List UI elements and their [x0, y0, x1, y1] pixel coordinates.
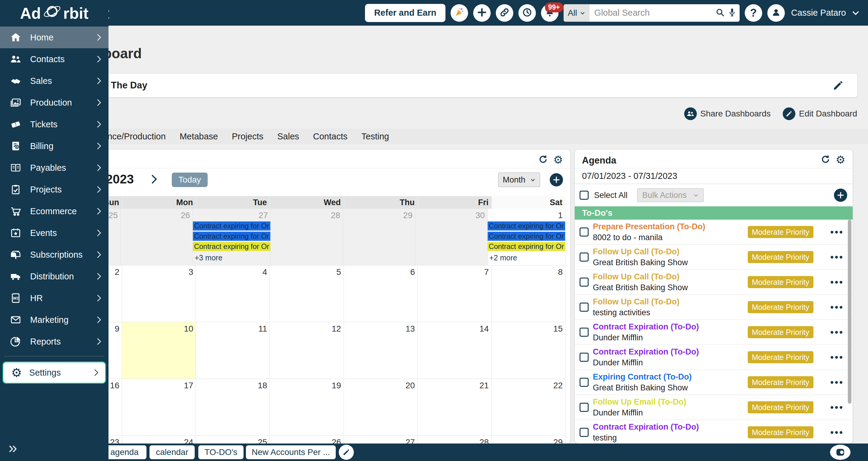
calendar-day-cell[interactable]: 4 [196, 265, 270, 322]
todo-menu-ellipsis[interactable] [829, 279, 842, 285]
bottom-tab-button[interactable]: New Accounts Per ... [246, 445, 336, 459]
sidebar-item-subscriptions[interactable]: Subscriptions [0, 244, 108, 265]
todo-title[interactable]: Follow Up Call (To-Do) [593, 297, 852, 307]
todo-item[interactable]: Contract Expiration (To-Do) testing Mode… [575, 420, 852, 443]
calendar-day-cell[interactable]: 19 [270, 379, 344, 436]
calendar-day-cell[interactable]: 25 [196, 436, 270, 443]
user-name[interactable]: Cassie Pataro [791, 8, 846, 18]
calendar-day-cell[interactable]: 26 [121, 209, 193, 265]
calendar-day-cell[interactable]: 14 [418, 322, 492, 379]
calendar-day-cell[interactable]: 11 [196, 322, 270, 379]
refresh-icon[interactable] [821, 154, 830, 165]
dashboard-tab[interactable]: Testing [361, 132, 389, 142]
todo-item[interactable]: Contract Expiration (To-Do) Dunder Miffl… [575, 320, 852, 345]
todo-item[interactable]: Contract Expiration (To-Do) Dunder Miffl… [575, 345, 852, 370]
user-menu-chevron-icon[interactable] [851, 8, 860, 18]
microphone-icon[interactable] [725, 7, 737, 19]
todo-title[interactable]: Prepare Presentation (To-Do) [593, 222, 852, 231]
todo-menu-ellipsis[interactable] [829, 229, 842, 235]
edit-dashboard-button[interactable]: Edit Dashboard [783, 107, 857, 120]
todo-checkbox[interactable] [580, 302, 589, 312]
agenda-date-range[interactable]: 07/01/2023 - 07/31/2023 [575, 168, 852, 184]
todo-menu-ellipsis[interactable] [829, 254, 842, 260]
today-button[interactable]: Today [172, 173, 208, 187]
sidebar-item-production[interactable]: Production [0, 92, 108, 113]
calendar-day-cell[interactable]: 28 [418, 436, 492, 443]
add-event-button[interactable] [550, 173, 563, 186]
user-avatar[interactable] [767, 4, 785, 22]
history-button[interactable] [518, 4, 536, 22]
dashboard-tab[interactable]: Sales [277, 132, 299, 142]
calendar-day-cell[interactable]: 29 [343, 209, 415, 265]
feedback-widget-button[interactable] [830, 445, 850, 460]
select-all-checkbox[interactable] [580, 191, 589, 200]
todo-title[interactable]: Contract Expiration (To-Do) [593, 322, 852, 332]
quick-add-button[interactable] [473, 4, 491, 22]
todo-item[interactable]: Follow Up Call (To-Do) Great British Bak… [575, 270, 852, 295]
search-scope-select[interactable]: All [564, 4, 590, 22]
sidebar-item-hr[interactable]: W2 HR [0, 287, 108, 309]
calendar-day-cell[interactable]: 18 [196, 379, 270, 436]
bottom-tab-button[interactable]: TO-DO's [198, 445, 244, 459]
calendar-day-cell[interactable]: 8 [492, 265, 565, 322]
app-logo[interactable]: Ad rbit [0, 0, 108, 27]
share-dashboards-button[interactable]: Share Dashboards [684, 107, 771, 120]
refresh-icon[interactable] [538, 154, 548, 165]
calendar-day-cell[interactable]: 17 [122, 379, 196, 436]
sidebar-item-payables[interactable]: Payables [0, 157, 108, 179]
todo-item[interactable]: Expiring Contract (To-Do) Great British … [575, 370, 852, 395]
calendar-event[interactable]: Contract expiring for Or [488, 222, 565, 231]
sidebar-item-settings[interactable]: ⚙ Settings [2, 362, 106, 384]
calendar-day-cell[interactable]: 7 [418, 265, 492, 322]
calendar-day-cell[interactable]: 15 [492, 322, 565, 379]
sidebar-item-home[interactable]: Home [0, 27, 108, 48]
bottom-tab-button[interactable]: calendar [150, 445, 195, 459]
add-todo-button[interactable] [834, 189, 847, 202]
help-button[interactable]: ? [745, 4, 762, 22]
more-events-link[interactable]: +2 more [488, 253, 565, 262]
calendar-day-cell[interactable]: 30 [415, 209, 488, 265]
calendar-day-cell[interactable]: 10 [122, 322, 196, 379]
sidebar-item-contacts[interactable]: Contacts [0, 48, 108, 70]
todo-checkbox[interactable] [580, 228, 589, 236]
refer-and-earn-button[interactable]: Refer and Earn [365, 4, 445, 22]
todo-title[interactable]: Contract Expiration (To-Do) [593, 422, 852, 432]
next-month-chevron-icon[interactable] [151, 174, 158, 186]
sidebar-item-reports[interactable]: Reports [0, 331, 108, 352]
todo-menu-ellipsis[interactable] [829, 329, 842, 335]
calendar-day-cell[interactable]: 3 [122, 265, 196, 322]
todo-menu-ellipsis[interactable] [829, 354, 842, 360]
todo-title[interactable]: Follow Up Call (To-Do) [593, 247, 852, 256]
search-input[interactable] [590, 8, 713, 18]
sidebar-item-distribution[interactable]: Distribution [0, 265, 108, 287]
todo-checkbox[interactable] [580, 403, 589, 412]
bulk-actions-select[interactable]: Bulk Actions [637, 188, 704, 202]
calendar-event[interactable]: Contract expiring for Or [193, 222, 270, 231]
sidebar-item-projects[interactable]: Projects [0, 179, 108, 200]
whats-new-button[interactable] [451, 4, 468, 22]
sidebar-item-ecommerce[interactable]: Ecommerce [0, 200, 108, 222]
todo-title[interactable]: Follow Up Email (To-Do) [593, 397, 852, 407]
calendar-day-cell[interactable]: 27 [344, 436, 418, 443]
calendar-day-cell[interactable]: 24 [122, 436, 196, 443]
sidebar-item-tickets[interactable]: Tickets [0, 113, 108, 135]
calendar-day-cell[interactable]: 6 [344, 265, 418, 322]
search-icon[interactable] [713, 7, 725, 19]
gear-icon[interactable]: ⚙ [553, 154, 563, 165]
calendar-day-cell[interactable]: 1 Contract expiring for OrContract expir… [488, 209, 565, 265]
calendar-day-cell[interactable]: 21 [418, 379, 492, 436]
todo-title[interactable]: Contract Expiration (To-Do) [593, 347, 852, 356]
dashboard-tab[interactable]: Contacts [313, 132, 347, 142]
calendar-day-cell[interactable]: 27 Contract expiring for OrContract expi… [193, 209, 271, 265]
notifications-button[interactable]: 99+ [541, 4, 558, 22]
calendar-day-cell[interactable]: 13 [344, 322, 418, 379]
calendar-event[interactable]: Contract expiring for Or [488, 232, 565, 241]
edit-tabs-button[interactable] [339, 445, 354, 460]
more-events-link[interactable]: +3 more [193, 253, 270, 262]
todo-checkbox[interactable] [580, 353, 589, 362]
calendar-day-cell[interactable]: 5 [270, 265, 344, 322]
todo-checkbox[interactable] [580, 378, 589, 387]
sidebar-item-events[interactable]: Events [0, 222, 108, 244]
calendar-day-cell[interactable]: 22 [492, 379, 565, 436]
dashboard-tab[interactable]: Projects [232, 132, 264, 142]
